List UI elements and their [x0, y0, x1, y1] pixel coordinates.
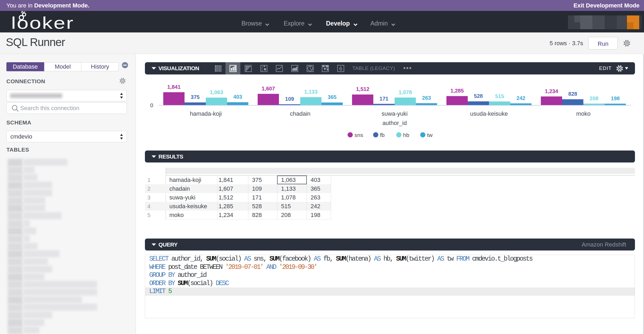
svg-text:242: 242: [516, 95, 525, 101]
svg-text:author_id: author_id: [382, 120, 407, 126]
svg-text:1,063: 1,063: [210, 89, 223, 95]
svg-text:1,234: 1,234: [545, 88, 558, 94]
svg-text:198: 198: [611, 95, 620, 101]
svg-text:0: 0: [150, 102, 153, 108]
svg-text:515: 515: [495, 93, 504, 99]
svg-text:tw: tw: [427, 132, 433, 138]
svg-text:403: 403: [233, 94, 242, 100]
svg-text:365: 365: [328, 94, 336, 100]
svg-text:sns: sns: [354, 132, 363, 138]
svg-text:1,512: 1,512: [356, 86, 369, 92]
svg-text:208: 208: [589, 95, 598, 101]
svg-text:1,078: 1,078: [399, 89, 412, 95]
svg-text:109: 109: [285, 96, 294, 102]
svg-text:hamada-koji: hamada-koji: [190, 110, 222, 117]
svg-text:828: 828: [568, 91, 577, 97]
svg-text:fb: fb: [380, 132, 385, 138]
svg-text:1,133: 1,133: [304, 89, 317, 95]
svg-text:1,607: 1,607: [262, 86, 275, 91]
svg-text:chadain: chadain: [290, 110, 310, 117]
svg-text:usuda-keisuke: usuda-keisuke: [470, 110, 508, 117]
svg-text:suwa-yuki: suwa-yuki: [382, 110, 408, 117]
svg-text:moko: moko: [576, 110, 591, 117]
svg-text:528: 528: [474, 93, 483, 99]
svg-text:263: 263: [422, 95, 431, 101]
svg-text:171: 171: [379, 96, 388, 102]
svg-text:6: 6: [339, 66, 342, 72]
svg-text:hb: hb: [403, 132, 409, 138]
svg-text:375: 375: [191, 94, 199, 100]
svg-text:1,285: 1,285: [450, 88, 464, 94]
svg-text:1,841: 1,841: [167, 84, 181, 90]
